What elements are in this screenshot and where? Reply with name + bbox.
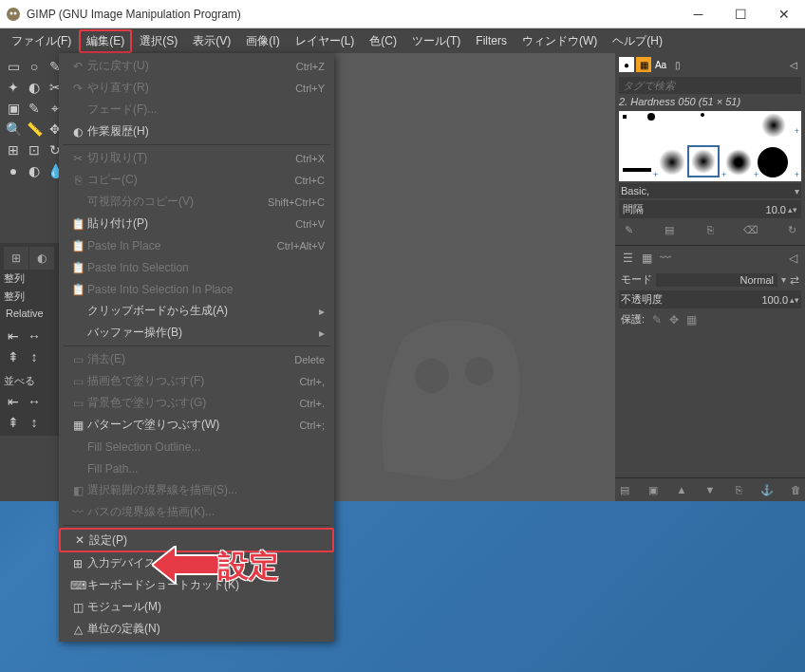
delete-layer-icon[interactable]: 🗑 — [788, 482, 803, 497]
chevron-down-icon[interactable]: ▾ — [795, 186, 799, 196]
menu-view[interactable]: 表示(V) — [185, 29, 238, 53]
menu-item[interactable]: △単位の定義(N) — [59, 618, 334, 640]
brushes-tab[interactable]: ● — [619, 57, 634, 72]
layer-group-icon[interactable]: ▣ — [646, 482, 661, 497]
tool-paths[interactable]: ✎ — [25, 99, 44, 118]
dock-tab-options[interactable]: ⊞ — [4, 247, 28, 270]
menu-item-label: バッファー操作(B) — [87, 325, 319, 341]
distribute-v-icon[interactable]: ↔ — [25, 392, 44, 411]
dup-brush-icon[interactable]: ⎘ — [702, 222, 718, 237]
anchor-layer-icon[interactable]: ⚓ — [759, 482, 775, 497]
raise-layer-icon[interactable]: ▲ — [674, 482, 689, 497]
spacing-stepper[interactable]: ▴▾ — [788, 205, 797, 215]
menu-item-shortcut: Ctrl+; — [299, 420, 325, 431]
menu-item-icon: 〰 — [68, 506, 87, 519]
window-title: GIMP (GNU Image Manipulation Program) — [27, 8, 677, 21]
menu-item[interactable]: ▦パターンで塗りつぶす(W)Ctrl+; — [59, 414, 334, 436]
tool-rect-select[interactable]: ▭ — [4, 57, 23, 76]
dock-relative[interactable]: Relative — [4, 306, 58, 321]
patterns-tab[interactable]: ▦ — [636, 57, 651, 72]
tab-menu-icon[interactable]: ◁ — [786, 57, 801, 72]
menu-image[interactable]: 画像(I) — [238, 29, 287, 53]
annotation-label: 設定 — [218, 546, 279, 588]
menu-item-icon: ✕ — [70, 533, 89, 547]
menu-item: 可視部分のコピー(V)Shift+Ctrl+C — [59, 191, 334, 213]
menu-item: Fill Path... — [59, 457, 334, 479]
menu-item[interactable]: クリップボードから生成(A)▸ — [59, 300, 334, 322]
close-button[interactable]: ✕ — [762, 0, 805, 28]
align-top-icon[interactable]: ⇞ — [4, 347, 23, 366]
spacing-value[interactable]: 10.0 — [766, 204, 786, 215]
menu-item-icon: ▦ — [68, 419, 87, 432]
del-brush-icon[interactable]: ⌫ — [743, 222, 758, 237]
menu-layer[interactable]: レイヤー(L) — [288, 29, 363, 53]
submenu-arrow-icon: ▸ — [319, 327, 325, 340]
opacity-stepper[interactable]: ▴▾ — [790, 295, 799, 305]
tool-crop[interactable]: ⊡ — [25, 140, 44, 159]
tool-align[interactable]: ⊞ — [4, 140, 23, 159]
refresh-brush-icon[interactable]: ↻ — [784, 222, 799, 237]
tool-foreground[interactable]: ▣ — [4, 99, 23, 118]
menu-window[interactable]: ウィンドウ(W) — [515, 29, 605, 53]
menu-item-icon: △ — [68, 623, 87, 636]
menu-item: ✂切り取り(T)Ctrl+X — [59, 147, 334, 169]
new-layer-icon[interactable]: ▤ — [617, 482, 632, 497]
svg-point-2 — [14, 11, 17, 14]
align-left-icon[interactable]: ⇤ — [4, 327, 23, 345]
tool-dodge[interactable]: ◐ — [25, 161, 44, 180]
fonts-tab[interactable]: Aa — [653, 57, 668, 72]
menu-item-label: クリップボードから生成(A) — [87, 303, 319, 319]
tool-fuzzy-select[interactable]: ✦ — [4, 78, 23, 97]
channels-tab[interactable]: ▦ — [638, 250, 655, 267]
opacity-value[interactable]: 100.0 — [761, 294, 788, 306]
lock-position-icon[interactable]: ✥ — [669, 313, 679, 327]
lock-pixels-icon[interactable]: ✎ — [652, 313, 662, 327]
maximize-button[interactable]: ☐ — [720, 0, 762, 28]
menu-item-icon: ↷ — [68, 82, 87, 95]
preset-select[interactable]: Basic, — [621, 185, 791, 196]
menu-item[interactable]: バッファー操作(B)▸ — [59, 322, 334, 344]
distribute-mid-icon[interactable]: ↕ — [25, 413, 44, 432]
dup-layer-icon[interactable]: ⎘ — [731, 482, 746, 497]
dock-tab-misc[interactable]: ◐ — [29, 247, 54, 270]
menu-file[interactable]: ファイル(F) — [4, 29, 79, 53]
menu-item-shortcut: Ctrl+. — [299, 398, 325, 409]
align-middle-icon[interactable]: ↕ — [25, 347, 44, 366]
new-brush-icon[interactable]: ▤ — [662, 222, 677, 237]
menu-item[interactable]: ◫モジュール(M) — [59, 596, 334, 618]
lower-layer-icon[interactable]: ▼ — [702, 482, 718, 497]
tool-color-select[interactable]: ◐ — [25, 78, 44, 97]
menu-item[interactable]: ◐作業履歴(H) — [59, 121, 334, 142]
menu-help[interactable]: ヘルプ(H) — [605, 29, 670, 53]
tool-measure[interactable]: 📏 — [25, 120, 44, 139]
mode-chevron-icon[interactable]: ▾ — [781, 274, 786, 285]
layers-tab[interactable]: ☰ — [619, 250, 636, 267]
menu-tools[interactable]: ツール(T) — [404, 29, 468, 53]
brush-search[interactable] — [619, 77, 801, 94]
menu-item[interactable]: 📋貼り付け(P)Ctrl+V — [59, 213, 334, 234]
menu-item-label: Fill Selection Outline... — [87, 440, 325, 454]
menu-select[interactable]: 選択(S) — [132, 29, 185, 53]
minimize-button[interactable]: ─ — [677, 0, 720, 28]
mode-select[interactable]: Normal — [656, 273, 777, 287]
lock-alpha-icon[interactable]: ▦ — [686, 313, 697, 327]
menu-colors[interactable]: 色(C) — [362, 29, 404, 53]
layer-tab-menu-icon[interactable]: ◁ — [784, 250, 801, 267]
mode-swap-icon[interactable]: ⇄ — [790, 273, 799, 287]
edit-brush-icon[interactable]: ✎ — [621, 222, 636, 237]
menu-item-icon: ◧ — [68, 484, 87, 497]
align-center-icon[interactable]: ↔ — [25, 327, 44, 345]
brush-grid[interactable]: + + + + + — [619, 111, 801, 181]
tool-smudge[interactable]: ● — [4, 161, 23, 180]
menu-filters[interactable]: Filters — [468, 30, 515, 51]
menu-edit[interactable]: 編集(E) — [79, 29, 132, 53]
menu-item-icon: 📋 — [68, 239, 87, 252]
menu-item-shortcut: Ctrl+Y — [295, 83, 325, 94]
tool-zoom[interactable]: 🔍 — [4, 120, 23, 139]
paths-tab[interactable]: 〰 — [657, 250, 674, 267]
history-tab[interactable]: ▯ — [670, 57, 685, 72]
distribute-top-icon[interactable]: ⇞ — [4, 413, 23, 432]
distribute-h-icon[interactable]: ⇤ — [4, 392, 23, 411]
tool-ellipse-select[interactable]: ○ — [25, 57, 44, 76]
annotation-arrow — [152, 546, 228, 584]
